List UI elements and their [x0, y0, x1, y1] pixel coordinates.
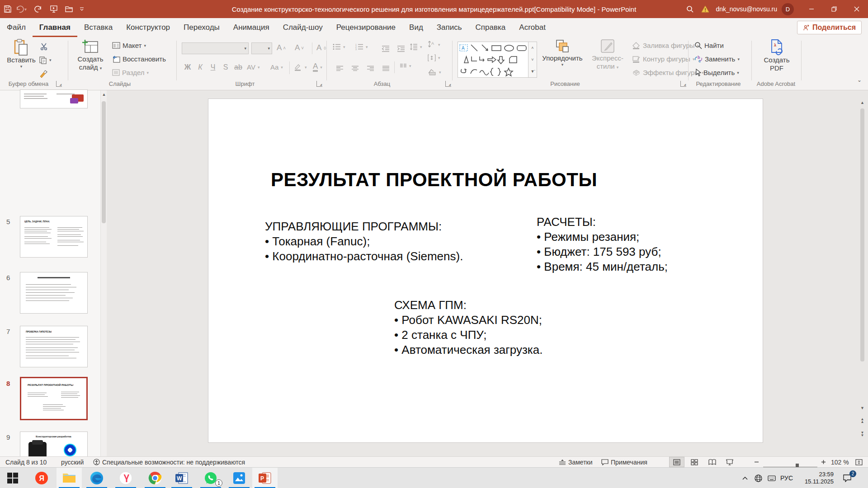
reading-view-button[interactable]: [704, 457, 720, 467]
italic-button[interactable]: К: [194, 61, 206, 73]
thumbnail-scroll-up-icon[interactable]: ▲: [101, 90, 107, 99]
previous-slide-button[interactable]: ▲▲: [859, 415, 866, 427]
paste-button[interactable]: Вставить ▾: [7, 39, 35, 69]
thumbnail-scrollbar-thumb[interactable]: [102, 101, 106, 223]
edge-icon[interactable]: [84, 468, 109, 488]
avatar[interactable]: D: [782, 3, 794, 15]
cut-button[interactable]: [40, 42, 49, 51]
tab-acrobat[interactable]: Acrobat: [512, 18, 552, 37]
quick-styles-button[interactable]: Экспресс- стили ▾: [587, 39, 628, 71]
redo-icon[interactable]: [31, 0, 46, 18]
slide-text-scheme[interactable]: СХЕМА ГПМ: • Робот KAWASAKI RS20N; • 2 с…: [394, 298, 542, 357]
strikethrough-button[interactable]: ab: [232, 61, 244, 73]
justify-button[interactable]: [379, 62, 392, 74]
restore-button[interactable]: [823, 0, 845, 18]
tray-language[interactable]: РУС: [778, 468, 795, 488]
layout-button[interactable]: Макет ▾: [112, 42, 146, 49]
whatsapp-icon[interactable]: 1: [198, 468, 223, 488]
shape-outline-button[interactable]: Контур фигуры ▾: [632, 55, 694, 63]
slide-text-calculations[interactable]: РАСЧЕТЫ: • Режимы резания; • Бюджет: 175…: [537, 215, 668, 274]
notification-center-icon[interactable]: 2: [837, 468, 857, 488]
tray-network-icon[interactable]: [752, 468, 764, 488]
open-folder-icon[interactable]: [61, 0, 77, 18]
share-button[interactable]: Поделиться: [797, 21, 862, 34]
thumbnail-slide-7[interactable]: ПРОВЕРКА ГИПОТЕЗЫ: [20, 326, 88, 367]
thumbnail-slide-8[interactable]: РЕЗУЛЬТАТ ПРОЕКТНОЙ РАБОТЫ: [20, 377, 88, 420]
slide-scrollbar-thumb[interactable]: [860, 108, 864, 361]
slide-canvas[interactable]: РЕЗУЛЬТАТ ПРОЕКТНОЙ РАБОТЫ УПРАВЛЯЮЩИЕ П…: [208, 99, 763, 443]
font-size-combo[interactable]: ▾: [251, 42, 272, 54]
tab-review[interactable]: Рецензирование: [330, 18, 402, 37]
tab-record[interactable]: Запись: [430, 18, 469, 37]
align-center-button[interactable]: [348, 62, 362, 74]
tab-home[interactable]: Главная: [33, 18, 77, 37]
slide-text-programs[interactable]: УПРАВЛЯЮЩИЕ ПРОГРАММЫ: • Токарная (Fanuc…: [265, 219, 463, 264]
search-icon[interactable]: [682, 0, 698, 18]
tray-keyboard-icon[interactable]: [765, 468, 778, 488]
language-indicator[interactable]: русский: [61, 457, 84, 467]
shapes-more-icon[interactable]: ▼̄: [528, 66, 537, 77]
tray-clock[interactable]: 23:59 15.11.2025: [796, 468, 834, 488]
accessibility-status[interactable]: Специальные возможности: не поддерживают…: [93, 457, 245, 467]
zoom-level[interactable]: 102 %: [831, 457, 849, 467]
line-spacing-button[interactable]: ▾: [410, 43, 422, 50]
character-spacing-button[interactable]: AV▾: [247, 63, 259, 71]
find-button[interactable]: Найти: [694, 42, 724, 49]
change-case-button[interactable]: Aa▾: [270, 63, 283, 71]
text-direction-button[interactable]: A ▾: [428, 41, 440, 48]
shapes-gallery[interactable]: A ˄ ˅ ▼̄: [458, 42, 537, 78]
undo-icon[interactable]: ▾: [15, 0, 31, 18]
file-explorer-icon[interactable]: [57, 468, 82, 488]
yandex-search-icon[interactable]: [113, 468, 138, 488]
tab-view[interactable]: Вид: [402, 18, 430, 37]
tray-show-hidden-icon[interactable]: [739, 468, 751, 488]
tab-file[interactable]: Файл: [0, 18, 33, 37]
thumbnail-slide-6[interactable]: [20, 272, 88, 314]
shape-fill-button[interactable]: Заливка фигуры ▾: [632, 42, 699, 49]
shapes-scroll-up-icon[interactable]: ˄: [528, 42, 537, 54]
tab-help[interactable]: Справка: [469, 18, 513, 37]
tab-design[interactable]: Конструктор: [119, 18, 177, 37]
photos-icon[interactable]: [226, 468, 252, 488]
decrease-indent-button[interactable]: [379, 42, 392, 54]
slide-scroll-down-icon[interactable]: ▼: [859, 404, 866, 412]
customize-quick-access-icon[interactable]: [77, 0, 87, 18]
new-slide-button[interactable]: Создать слайд ▾: [73, 39, 108, 72]
convert-smartart-button[interactable]: ▾: [428, 69, 441, 75]
comments-button[interactable]: Примечания: [601, 457, 647, 467]
slide-scrollbar[interactable]: ▲ ▼ ▲▲ ▼▼: [859, 99, 866, 443]
clipboard-dialog-launcher-icon[interactable]: [56, 81, 62, 87]
highlight-color-button[interactable]: ▾: [294, 63, 307, 71]
fit-to-window-button[interactable]: [855, 457, 863, 467]
create-pdf-button[interactable]: λ Создать PDF: [759, 39, 795, 72]
powerpoint-icon[interactable]: P: [252, 468, 278, 488]
notes-button[interactable]: Заметки: [559, 457, 593, 467]
normal-view-button[interactable]: [669, 457, 684, 467]
close-button[interactable]: [845, 0, 868, 18]
slide-sorter-view-button[interactable]: [687, 457, 702, 467]
numbering-button[interactable]: 123 ▾: [355, 43, 368, 50]
thumbnail-slide-5[interactable]: ЦЕЛЬ, ЗАДАЧИ, ПЛАН.: [20, 216, 88, 258]
decrease-font-button[interactable]: A˅: [295, 43, 304, 52]
warning-icon[interactable]: [698, 0, 713, 18]
section-button[interactable]: Раздел ▾: [112, 69, 149, 76]
word-icon[interactable]: W: [169, 468, 194, 488]
next-slide-button[interactable]: ▼▼: [859, 428, 866, 440]
format-painter-button[interactable]: [39, 70, 48, 79]
yandex-browser-icon[interactable]: Я: [29, 468, 54, 488]
font-name-combo[interactable]: ▾: [182, 42, 249, 54]
shadow-button[interactable]: S: [220, 61, 231, 73]
replace-button[interactable]: bc Заменить ▾: [694, 55, 740, 63]
bold-button[interactable]: Ж: [182, 61, 193, 73]
shape-effects-button[interactable]: Эффекты фигуры ▾: [632, 69, 704, 76]
clear-formatting-button[interactable]: A◊: [316, 43, 326, 52]
account-email[interactable]: dnk_novsu@novsu.ru: [716, 5, 777, 13]
increase-indent-button[interactable]: [394, 42, 408, 54]
slide-counter[interactable]: Слайд 8 из 10: [5, 457, 47, 467]
slideshow-view-button[interactable]: [722, 457, 737, 467]
zoom-out-button[interactable]: [754, 457, 759, 467]
tab-transitions[interactable]: Переходы: [177, 18, 226, 37]
tab-insert[interactable]: Вставка: [77, 18, 119, 37]
align-text-button[interactable]: ▾: [428, 54, 440, 61]
minimize-button[interactable]: [800, 0, 823, 18]
